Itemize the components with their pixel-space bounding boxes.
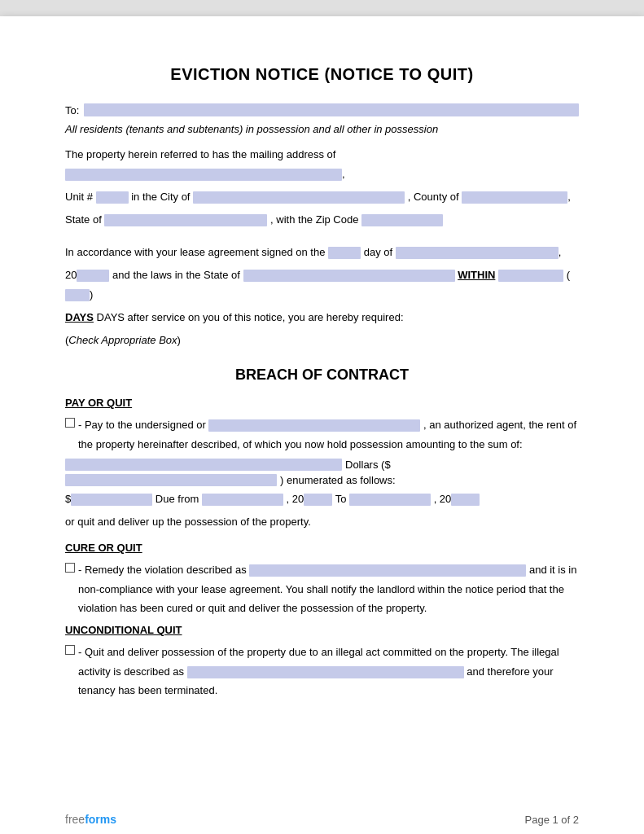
unconditional-quit-checkbox-row: - Quit and deliver possession of the pro…	[65, 643, 579, 700]
dollars-label: Dollars ($	[345, 459, 391, 471]
dollars-row: Dollars ($ ) enumerated as follows:	[65, 459, 579, 486]
check-box-note: (Check Appropriate Box)	[65, 331, 579, 350]
address-block: The property herein referred to has the …	[65, 145, 579, 184]
check-box-note-text: (Check Appropriate Box)	[65, 334, 181, 346]
lease-day-label: day of	[364, 246, 392, 258]
unconditional-quit-checkbox[interactable]	[65, 645, 75, 655]
cure-or-quit-content: - Remedy the violation described as and …	[78, 560, 579, 617]
within-label: WITHIN	[458, 269, 495, 281]
pay-text-1: - Pay to the undersigned or	[78, 419, 206, 431]
due-from-text: Due from	[156, 493, 199, 505]
footer: freeforms Page 1 of 2	[65, 813, 579, 826]
brand-forms: forms	[85, 813, 116, 826]
city-field[interactable]	[193, 191, 405, 204]
cure-or-quit-section: CURE OR QUIT - Remedy the violation desc…	[65, 542, 579, 617]
lease-year-row: 20 and the laws in the State of WITHIN (…	[65, 266, 579, 305]
document-title: EVICTION NOTICE (NOTICE TO QUIT)	[65, 65, 579, 84]
days-text-row: DAYS DAYS after service on you of this n…	[65, 308, 579, 327]
illegal-activity-field[interactable]	[187, 666, 464, 678]
address-intro-text: The property herein referred to has the …	[65, 148, 335, 160]
due-to-year-field[interactable]	[451, 494, 480, 506]
italic-note: All residents (tenants and subtenants) i…	[65, 123, 579, 135]
pay-or-quit-label: PAY OR QUIT	[65, 397, 579, 409]
due-comma-2: , 20	[434, 493, 452, 505]
document-page: EVICTION NOTICE (NOTICE TO QUIT) To: All…	[0, 16, 644, 834]
to-label: To:	[65, 104, 79, 116]
state-label: State of	[65, 213, 102, 226]
cure-violation-field[interactable]	[249, 564, 526, 577]
zip-field[interactable]	[361, 214, 443, 226]
unit-label: Unit #	[65, 191, 93, 203]
due-from-year-field[interactable]	[304, 494, 332, 506]
quit-deliver-text: or quit and deliver up the possession of…	[65, 516, 311, 528]
lease-paragraph: In accordance with your lease agreement …	[65, 243, 579, 262]
dollars-amount-field[interactable]	[65, 474, 277, 486]
lease-day-field[interactable]	[328, 247, 361, 259]
days-bold-label: DAYS	[65, 311, 94, 323]
pay-or-quit-content: - Pay to the undersigned or , an authori…	[78, 415, 579, 454]
due-comma-1: , 20	[287, 493, 304, 505]
lease-month-field[interactable]	[396, 247, 559, 259]
to-label-2: To	[335, 493, 347, 505]
brand-free: free	[65, 813, 85, 826]
within-paren-field[interactable]	[65, 289, 90, 301]
cure-or-quit-checkbox[interactable]	[65, 563, 75, 573]
dollars-amount-words-field[interactable]	[65, 459, 342, 471]
due-from-date-field[interactable]	[202, 494, 283, 506]
state-zip-row: State of , with the Zip Code	[65, 210, 579, 230]
page-number: Page 1 of 2	[525, 814, 580, 826]
unconditional-quit-label: UNCONDITIONAL QUIT	[65, 624, 579, 636]
county-label: , County of	[408, 191, 459, 203]
due-from-row: $ Due from , 20 To , 20	[65, 489, 579, 509]
cure-or-quit-checkbox-row: - Remedy the violation described as and …	[65, 560, 579, 617]
county-field[interactable]	[462, 191, 567, 204]
pay-or-quit-checkbox-row: - Pay to the undersigned or , an authori…	[65, 415, 579, 454]
pay-or-quit-section: PAY OR QUIT - Pay to the undersigned or …	[65, 397, 579, 532]
lease-20-label: 20	[65, 269, 77, 281]
city-label: in the City of	[131, 191, 190, 203]
cure-text-1: - Remedy the violation described as	[78, 564, 247, 576]
brand-logo: freeforms	[65, 813, 116, 826]
within-days-field[interactable]	[498, 270, 563, 282]
lease-text-1: In accordance with your lease agreement …	[65, 246, 325, 258]
to-field[interactable]	[84, 103, 579, 116]
unconditional-quit-section: UNCONDITIONAL QUIT - Quit and deliver po…	[65, 624, 579, 700]
zip-label: , with the Zip Code	[270, 213, 358, 226]
state-field[interactable]	[104, 214, 267, 226]
unconditional-quit-content: - Quit and deliver possession of the pro…	[78, 643, 579, 700]
unit-city-row: Unit # in the City of , County of ,	[65, 187, 579, 207]
lease-state-field[interactable]	[243, 270, 455, 282]
dollars-close: ) enumerated as follows:	[280, 474, 396, 486]
authorized-agent-field[interactable]	[208, 419, 420, 432]
unit-number-field[interactable]	[96, 191, 129, 204]
cure-or-quit-label: CURE OR QUIT	[65, 542, 579, 554]
due-to-date-field[interactable]	[349, 494, 431, 506]
to-row: To:	[65, 103, 579, 116]
due-dollar-sign: $	[65, 493, 71, 505]
mailing-address-field[interactable]	[65, 169, 342, 181]
section-title: BREACH OF CONTRACT	[65, 367, 579, 384]
quit-deliver-row: or quit and deliver up the possession of…	[65, 512, 579, 532]
lease-laws-label: and the laws in the State of	[112, 269, 240, 281]
pay-or-quit-checkbox[interactable]	[65, 418, 75, 428]
due-amount-field[interactable]	[71, 494, 152, 506]
days-after-text: DAYS after service on you of this notice…	[97, 311, 404, 323]
lease-year-field[interactable]	[77, 270, 109, 282]
